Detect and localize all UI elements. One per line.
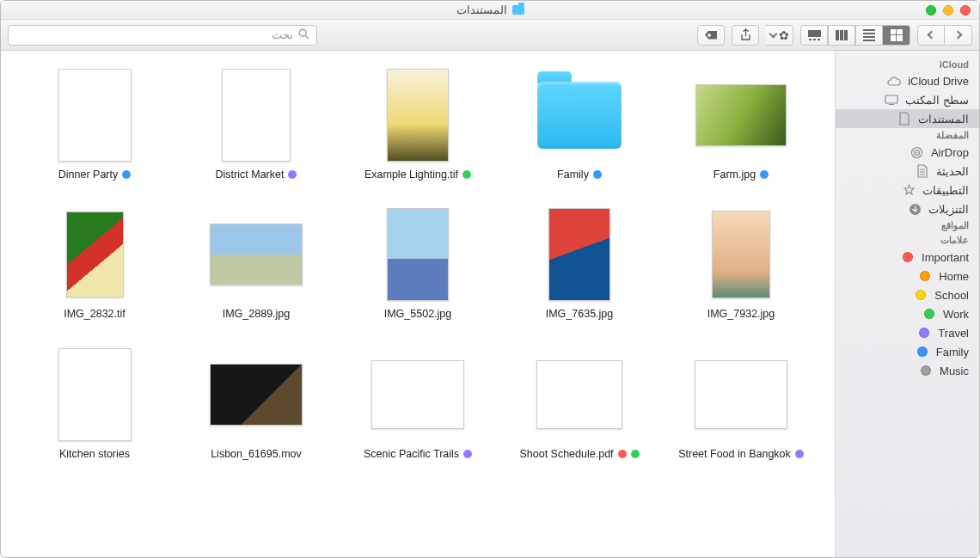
sidebar-item-label: سطح المكتب: [905, 94, 969, 107]
tag-indicator: [463, 450, 472, 458]
file-item[interactable]: IMG_2889.jpg: [180, 207, 333, 321]
airdrop-icon: [910, 145, 924, 159]
nav-group: [917, 25, 972, 46]
file-name: Farm.jpg: [714, 168, 756, 181]
sidebar-item-tag-important[interactable]: Important: [836, 248, 979, 267]
file-thumbnail: [694, 207, 788, 302]
sidebar-header: iCloud: [836, 58, 979, 71]
file-item[interactable]: Shoot Schedule.pdf: [503, 347, 656, 461]
file-item[interactable]: Dinner Party: [18, 68, 171, 181]
titlebar: المستندات: [1, 1, 979, 20]
view-gallery-button[interactable]: [800, 25, 828, 46]
minimize-button[interactable]: [943, 5, 953, 15]
tag-indicator: [288, 170, 297, 179]
tag-dot-icon: [918, 269, 932, 283]
sidebar-item-tag-music[interactable]: Music: [836, 361, 979, 380]
view-list-button[interactable]: [855, 25, 883, 46]
file-item[interactable]: Family: [503, 68, 656, 181]
file-thumbnail: [209, 68, 303, 162]
file-label: Kitchen stories: [59, 447, 130, 461]
file-item[interactable]: Scenic Pacific Trails: [341, 347, 494, 461]
chevron-down-icon: [769, 29, 777, 38]
action-menu-button[interactable]: ✿: [766, 25, 793, 46]
file-name: IMG_7635.jpg: [546, 307, 614, 321]
traffic-lights: [926, 5, 971, 15]
tag-indicator: [618, 450, 627, 458]
sidebar-item-tag-travel[interactable]: Travel: [836, 323, 979, 342]
icon-grid: Dinner PartyDistrict MarketExample Light…: [18, 68, 818, 461]
file-name: IMG_5502.jpg: [384, 307, 452, 321]
sidebar-item-label: iCloud Drive: [908, 75, 969, 88]
sidebar-item-label: Home: [939, 270, 969, 283]
file-name: Dinner Party: [58, 168, 118, 181]
sidebar-item-documents[interactable]: المستندات: [836, 109, 979, 128]
file-name: Family: [557, 168, 589, 181]
sidebar-item-label: Family: [936, 346, 969, 359]
toolbar: بحث ✿: [1, 20, 979, 51]
sidebar-item-airdrop[interactable]: AirDrop: [836, 143, 979, 162]
file-thumbnail: [47, 207, 142, 302]
maximize-button[interactable]: [926, 5, 936, 15]
file-item[interactable]: Farm.jpg: [665, 68, 818, 181]
view-icon-button[interactable]: [883, 25, 910, 46]
sidebar-item-apps[interactable]: التطبيقات: [836, 181, 979, 199]
file-label: IMG_7932.jpg: [707, 307, 775, 321]
file-label: IMG_2832.tif: [64, 307, 126, 321]
sidebar-item-desktop[interactable]: سطح المكتب: [836, 90, 979, 109]
tag-indicator: [631, 450, 640, 458]
file-name: Scenic Pacific Trails: [364, 447, 459, 461]
window-title-text: المستندات: [456, 3, 507, 16]
apps-icon: [902, 183, 916, 197]
file-item[interactable]: IMG_7635.jpg: [503, 207, 656, 321]
svg-point-0: [299, 29, 306, 36]
sidebar-item-label: AirDrop: [931, 146, 969, 159]
tag-dot-icon: [901, 250, 915, 264]
sidebar-header: المواقع: [836, 218, 979, 233]
sidebar-item-label: Important: [922, 251, 969, 264]
file-item[interactable]: IMG_7932.jpg: [665, 207, 818, 321]
share-button[interactable]: [732, 25, 759, 46]
sidebar-item-tag-school[interactable]: School: [836, 285, 979, 304]
svg-rect-5: [818, 39, 820, 40]
tag-dot-icon: [917, 326, 931, 340]
sidebar-item-label: الحديثة: [936, 165, 969, 178]
tag-button[interactable]: [697, 25, 725, 46]
sidebar-item-downloads[interactable]: التنزيلات: [836, 199, 979, 218]
sidebar-item-label: Travel: [938, 327, 969, 340]
file-thumbnail: [47, 68, 142, 162]
file-label: Farm.jpg: [714, 168, 769, 181]
forward-button[interactable]: [917, 25, 945, 46]
file-thumbnail: [694, 347, 788, 442]
folder-icon: [512, 5, 524, 15]
file-label: IMG_7635.jpg: [546, 307, 614, 321]
file-label: Lisbon_61695.mov: [211, 447, 302, 461]
file-name: Lisbon_61695.mov: [211, 447, 302, 461]
file-name: IMG_2832.tif: [64, 307, 126, 321]
file-item[interactable]: IMG_2832.tif: [18, 207, 171, 321]
content-area[interactable]: Dinner PartyDistrict MarketExample Light…: [1, 51, 835, 557]
file-item[interactable]: Example Lighting.tif: [341, 68, 494, 181]
back-button[interactable]: [945, 25, 972, 46]
tag-icon: [705, 31, 717, 40]
sidebar-item-tag-work[interactable]: Work: [836, 304, 979, 323]
sidebar-item-recents[interactable]: الحديثة: [836, 162, 979, 181]
tag-dot-icon: [919, 364, 933, 377]
sidebar-item-tag-family[interactable]: Family: [836, 342, 979, 361]
file-item[interactable]: Street Food in Bangkok: [665, 347, 818, 461]
sidebar-item-icloud-drive[interactable]: iCloud Drive: [836, 71, 979, 90]
view-column-button[interactable]: [828, 25, 855, 46]
tag-indicator: [122, 170, 131, 179]
sidebar-item-label: School: [934, 289, 969, 302]
file-thumbnail: [209, 347, 303, 442]
close-button[interactable]: [960, 5, 971, 15]
file-item[interactable]: Lisbon_61695.mov: [180, 347, 333, 461]
sidebar-item-label: Music: [940, 365, 969, 377]
tag-indicator: [462, 170, 471, 179]
file-thumbnail: [532, 207, 627, 302]
file-item[interactable]: IMG_5502.jpg: [341, 207, 494, 321]
sidebar-item-tag-home[interactable]: Home: [836, 267, 979, 285]
file-label: Example Lighting.tif: [364, 168, 471, 181]
search-input[interactable]: بحث: [8, 25, 317, 46]
file-item[interactable]: District Market: [180, 68, 333, 181]
file-item[interactable]: Kitchen stories: [18, 347, 171, 461]
